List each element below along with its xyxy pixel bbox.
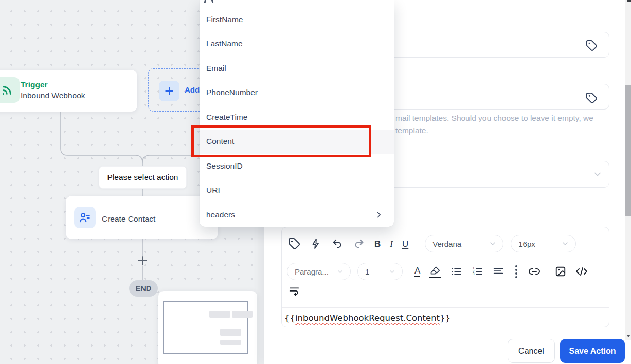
font-size-value: 16px (518, 240, 535, 248)
image-icon[interactable] (554, 265, 567, 278)
paragraph-format-select[interactable]: Paragra... (287, 263, 351, 280)
preview-placeholder-bar (220, 340, 241, 345)
menu-item-label: URI (206, 186, 220, 195)
chevron-down-icon (561, 240, 569, 248)
italic-button[interactable]: I (390, 240, 393, 248)
menu-item-label: LastName (206, 39, 243, 48)
align-icon[interactable] (492, 265, 504, 278)
code-icon[interactable] (575, 265, 588, 278)
workflow-builder-screen: Trigger Inbound Webhook Add Please selec… (0, 0, 631, 364)
menu-item-headers[interactable]: headers (200, 203, 394, 227)
create-contact-label: Create Contact (102, 214, 155, 224)
add-step-label: Add (185, 85, 200, 94)
chevron-right-icon (374, 210, 384, 220)
font-family-select[interactable]: Verdana (425, 235, 503, 252)
menu-item-lastname[interactable]: LastName (200, 32, 394, 57)
merge-field-dropdown: FirstName LastName Email PhoneNumber Cre… (200, 0, 394, 227)
preview-placeholder-bar (232, 311, 253, 318)
cancel-button-label: Cancel (518, 347, 544, 356)
preview-placeholder-bar (220, 329, 241, 336)
plus-icon (159, 81, 179, 101)
paragraph-format-value: Paragra... (295, 267, 329, 276)
preview-placeholder-bar (209, 311, 230, 318)
template-open-braces: {{ (284, 313, 295, 323)
tag-icon[interactable] (585, 39, 598, 51)
font-size-select[interactable]: 16px (511, 235, 576, 252)
svg-text:3.: 3. (473, 272, 476, 276)
undo-icon[interactable] (331, 238, 344, 250)
contact-person-icon (74, 207, 96, 228)
font-color-button[interactable]: A (414, 266, 420, 277)
menu-item-content[interactable]: Content (200, 130, 394, 154)
menu-item-label: CreateTime (206, 113, 247, 122)
template-close-braces: }} (440, 313, 450, 323)
menu-item-sessionid[interactable]: SessionID (200, 154, 394, 178)
menu-item-email[interactable]: Email (200, 56, 394, 81)
menu-item-label: PhoneNumber (206, 88, 258, 97)
text-wrap-icon[interactable] (288, 284, 300, 297)
underline-button[interactable]: U (402, 240, 408, 248)
menu-item-createtime[interactable]: CreateTime (200, 105, 394, 130)
menu-item-label: headers (206, 210, 235, 220)
font-family-value: Verdana (432, 240, 461, 248)
scrollbar-thumb[interactable] (625, 85, 631, 216)
menu-item-firstname[interactable]: FirstName (200, 7, 394, 32)
end-pill-text: END (136, 284, 152, 293)
action-prompt-text: Please select action (107, 173, 178, 182)
action-prompt-label: Please select action (99, 166, 187, 189)
more-options-icon[interactable] (513, 265, 519, 278)
cancel-button[interactable]: Cancel (508, 339, 555, 363)
bullet-list-icon[interactable] (450, 265, 462, 278)
bold-button[interactable]: B (374, 240, 381, 248)
ordered-list-icon[interactable]: 1. 2. 3. (471, 265, 483, 278)
editor-divider (282, 307, 609, 308)
help-text-line2: template. (395, 126, 428, 135)
chevron-down-icon (388, 268, 396, 276)
tag-icon[interactable] (585, 92, 598, 104)
clipped-item-fragment (204, 0, 208, 3)
menu-item-label: FirstName (206, 15, 243, 24)
template-preview-frame (163, 301, 248, 354)
lightning-icon[interactable] (310, 238, 322, 250)
link-icon[interactable] (528, 265, 540, 278)
menu-item-label: Content (206, 137, 234, 146)
line-height-value: 1 (365, 267, 369, 276)
highlight-color-button[interactable] (429, 265, 441, 278)
save-action-button-label: Save Action (569, 347, 616, 356)
trigger-node-title: Trigger (21, 80, 48, 89)
template-variable: inboundWebhookRequest.Content (295, 313, 440, 323)
save-action-button[interactable]: Save Action (560, 339, 625, 363)
scrollbar-top-arrow[interactable] (627, 0, 631, 2)
editor-content[interactable]: {{inboundWebhookRequest.Content}} (284, 313, 450, 323)
clipped-item-fragment (210, 0, 214, 3)
merge-tag-icon[interactable] (288, 238, 300, 250)
webhook-icon (0, 77, 20, 103)
scrollbar-down-arrow[interactable] (626, 335, 630, 337)
menu-item-label: Email (206, 64, 226, 73)
chevron-down-icon (489, 240, 497, 248)
menu-item-uri[interactable]: URI (200, 178, 394, 203)
trigger-node-subtitle: Inbound Webhook (21, 91, 85, 100)
redo-icon[interactable] (353, 238, 365, 250)
menu-item-label: SessionID (206, 161, 243, 171)
line-height-select[interactable]: 1 (357, 263, 403, 280)
chevron-down-icon (592, 169, 603, 179)
chevron-down-icon (336, 268, 344, 276)
help-text-line1: mail templates. Should you choose to lea… (395, 114, 593, 123)
end-pill: END (129, 280, 158, 297)
menu-item-phonenumber[interactable]: PhoneNumber (200, 81, 394, 105)
